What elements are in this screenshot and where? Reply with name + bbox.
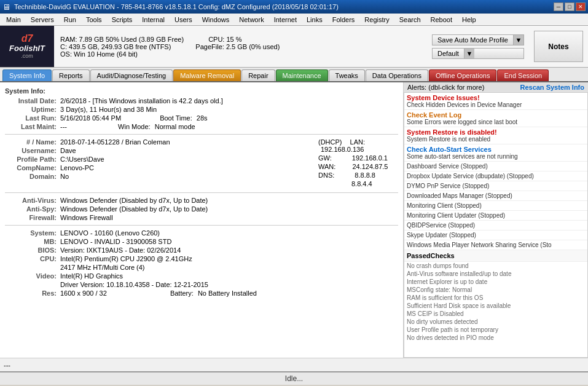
- firewall-label: Firewall:: [5, 214, 60, 221]
- name-label: # / Name:: [5, 138, 60, 146]
- mb-row: MB: LENOVO - INVALID - 31900058 STD: [5, 238, 398, 245]
- alert-event-log-title: Check Event Log: [407, 111, 585, 119]
- passed-msconfig: MSConfig state: Normal: [404, 286, 587, 294]
- menu-scripts[interactable]: Scripts: [107, 15, 138, 25]
- menu-users[interactable]: Users: [170, 15, 197, 25]
- profile-default-arrow[interactable]: ▼: [464, 49, 474, 58]
- drive-info: C: 439.5 GB, 249.93 GB free (NTFS): [60, 43, 171, 50]
- menu-main[interactable]: Main: [1, 15, 26, 25]
- alerts-header: Alerts: (dbl-click for more) Rescan Syst…: [404, 82, 588, 93]
- network-section: # / Name: 2018-07-14-051228 / Brian Cole…: [5, 138, 398, 189]
- menu-folders[interactable]: Folders: [327, 15, 360, 25]
- menu-run[interactable]: Run: [59, 15, 81, 25]
- res-row: Res: 1600 x 900 / 32 Battery: No Battery…: [5, 290, 398, 297]
- separator-2: [5, 192, 398, 193]
- save-auto-mode-button[interactable]: Save Auto Mode Profile ▼: [432, 34, 524, 45]
- tab-maintenance[interactable]: Maintenance: [276, 69, 328, 81]
- boottime-label: Boot Time:: [160, 114, 192, 122]
- passed-pio: No drives detected in PIO mode: [404, 334, 587, 342]
- alert-auto-start-desc: Some auto-start services are not running: [407, 153, 585, 160]
- battery-label: Battery:: [170, 290, 194, 297]
- wan-row: WAN: 24.124.87.5: [263, 163, 398, 170]
- lastrun-value: 5/16/2018 05:44 PM Boot Time: 28s: [60, 114, 398, 122]
- logo-dotcom: .com: [9, 53, 45, 59]
- close-button[interactable]: ✕: [576, 2, 586, 11]
- rescan-button[interactable]: Rescan System Info: [520, 84, 584, 91]
- res-label: Res:: [5, 290, 60, 297]
- system-row: System: LENOVO - 10160 (Lenovo C260): [5, 229, 398, 237]
- domain-value: No: [60, 173, 263, 180]
- profile-path-row: Profile Path: C:\Users\Dave: [5, 156, 263, 163]
- menu-reboot[interactable]: Reboot: [426, 15, 457, 25]
- titlebar-controls: ─ □ ✕: [554, 2, 586, 11]
- mb-label: MB:: [5, 238, 60, 245]
- service-dymo: DYMO PnP Service (Stopped): [404, 181, 587, 191]
- antivirus-row: Anti-Virus: Windows Defender (Disabled b…: [5, 197, 398, 204]
- menu-search[interactable]: Search: [394, 15, 426, 25]
- uptime-row: Uptime: 3 Day(s), 11 Hour(s) and 38 Min: [5, 106, 398, 113]
- alert-auto-start[interactable]: Check Auto-Start Services Some auto-star…: [404, 144, 587, 162]
- user-label: Username:: [5, 147, 60, 154]
- menu-network[interactable]: Network: [234, 15, 269, 25]
- antispy-label: Anti-Spy:: [5, 205, 60, 213]
- menu-links[interactable]: Links: [302, 15, 327, 25]
- separator-3: [5, 225, 398, 226]
- passed-ram: RAM is sufficient for this OS: [404, 294, 587, 302]
- cpu-value: Intel(R) Pentium(R) CPU J2900 @ 2.41GHz: [60, 255, 398, 262]
- dhcp-value: (DHCP) LAN: 192.168.0.136: [318, 138, 398, 153]
- cpu-speed-row: 2417 MHz HT/Multi Core (4): [5, 264, 398, 271]
- tab-repair[interactable]: Repair: [241, 69, 275, 81]
- compname-label: CompName:: [5, 164, 60, 171]
- tab-audit[interactable]: Audit/Diagnose/Testing: [90, 69, 173, 81]
- alert-event-log[interactable]: Check Event Log Some Errors were logged …: [404, 110, 587, 127]
- alerts-label: Alerts: (dbl-click for more): [407, 84, 484, 91]
- tab-end-session[interactable]: End Session: [497, 69, 549, 81]
- tab-tweaks[interactable]: Tweaks: [329, 69, 365, 81]
- menubar: Main Servers Run Tools Scripts Internal …: [0, 14, 588, 26]
- gw-label: GW:: [318, 154, 332, 162]
- uptime-value: 3 Day(s), 11 Hour(s) and 38 Min: [60, 106, 398, 113]
- tab-offline-operations[interactable]: Offline Operations: [429, 69, 496, 81]
- menu-internet[interactable]: Internet: [269, 15, 302, 25]
- dns-value: 8.8.8.8: [355, 171, 375, 179]
- domain-label: Domain:: [5, 173, 60, 180]
- dns-label: DNS:: [318, 171, 334, 179]
- domain-row: Domain: No: [5, 173, 263, 180]
- service-dropbox-text: Dropbox Update Service (dbupdate) (Stopp…: [407, 173, 585, 179]
- minimize-button[interactable]: ─: [554, 2, 563, 11]
- statusbar: ---: [0, 358, 588, 371]
- tab-system-info[interactable]: System Info: [2, 69, 52, 81]
- menu-servers[interactable]: Servers: [26, 15, 59, 25]
- alert-device-issues[interactable]: System Device Issues! Check Hidden Devic…: [404, 93, 587, 110]
- service-monitoring-updater-text: Monitoring Client Updater (Stopped): [407, 212, 585, 219]
- status-text: ---: [4, 361, 10, 369]
- passed-ceip: MS CEIP is Disabled: [404, 310, 587, 318]
- passed-ie: Internet Explorer is up to date: [404, 278, 587, 286]
- menu-registry[interactable]: Registry: [359, 15, 394, 25]
- notes-button[interactable]: Notes: [534, 31, 583, 62]
- profile-path-value: C:\Users\Dave: [60, 156, 263, 163]
- profile-default-button[interactable]: Default ▼: [432, 48, 524, 59]
- profile-area: Save Auto Mode Profile ▼ Default ▼: [427, 26, 529, 67]
- separator-1: [5, 134, 398, 135]
- lan-value: 192.168.0.136: [321, 146, 364, 153]
- cpu-label: CPU:: [5, 255, 60, 262]
- tab-reports[interactable]: Reports: [52, 69, 90, 81]
- alert-system-restore[interactable]: System Restore is disabled! System Resto…: [404, 127, 587, 144]
- service-monitoring: Monitoring Client (Stopped): [404, 201, 587, 211]
- menu-help[interactable]: Help: [457, 15, 481, 25]
- alert-system-restore-title: System Restore is disabled!: [407, 128, 585, 136]
- lastmaint-value: --- Win Mode: Normal mode: [60, 123, 398, 130]
- menu-windows[interactable]: Windows: [197, 15, 235, 25]
- menu-internal[interactable]: Internal: [137, 15, 170, 25]
- tab-data-operations[interactable]: Data Operations: [366, 69, 428, 81]
- video-value: Intel(R) HD Graphics: [60, 272, 398, 280]
- install-label: Install Date:: [5, 97, 60, 104]
- header: d7 FoolishIT .com RAM: 7.89 GB 50% Used …: [0, 26, 588, 68]
- wan-spacer: [263, 163, 318, 170]
- menu-tools[interactable]: Tools: [81, 15, 107, 25]
- profile-dropdown-arrow[interactable]: ▼: [513, 35, 523, 45]
- maximize-button[interactable]: □: [565, 2, 574, 11]
- dns-spacer: [263, 171, 318, 179]
- tab-malware-removal[interactable]: Malware Removal: [173, 69, 241, 81]
